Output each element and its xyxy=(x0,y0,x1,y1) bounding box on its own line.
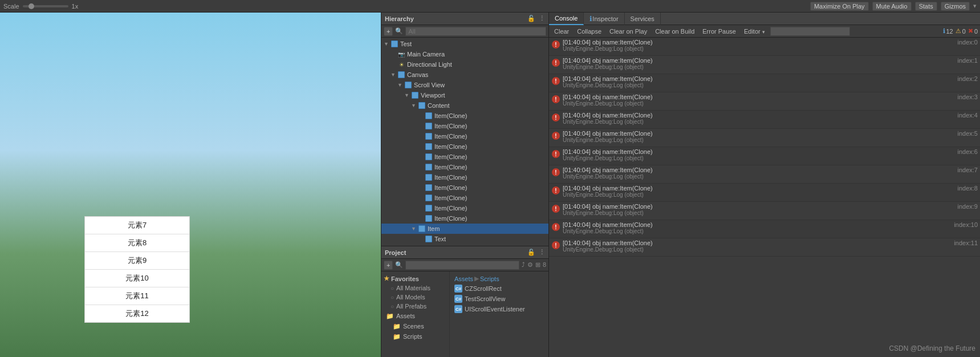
light-icon: ☀ xyxy=(397,60,405,68)
tree-item-clone-3[interactable]: Item(Clone) xyxy=(381,141,548,152)
scenes-folder-item[interactable]: 📁 Scenes xyxy=(381,321,449,331)
gizmos-button[interactable]: Gizmos xyxy=(941,2,970,11)
log-entry-8[interactable]: ! [01:40:04] obj name:Item(Clone) UnityE… xyxy=(549,184,980,202)
script-uiscrolleventlistener[interactable]: C# UIScrollEventListener xyxy=(452,304,546,314)
log-entry-5[interactable]: ! [01:40:04] obj name:Item(Clone) UnityE… xyxy=(549,129,980,147)
log-warning-icon: ! xyxy=(551,186,560,195)
log-entry-7[interactable]: ! [01:40:04] obj name:Item(Clone) UnityE… xyxy=(549,165,980,184)
clear-button[interactable]: Clear xyxy=(551,27,572,35)
project-icon-1[interactable]: ⤴ xyxy=(522,261,525,269)
search-icon: ○ xyxy=(391,294,394,301)
favorites-all-models[interactable]: ○ All Models xyxy=(381,293,449,302)
log-line1: [01:40:04] obj name:Item(Clone) xyxy=(563,148,953,155)
canvas-icon xyxy=(397,71,405,79)
tree-item-text[interactable]: Text xyxy=(381,234,548,244)
tree-item-directional-light[interactable]: ☀ Directional Light xyxy=(381,59,548,70)
collapse-button[interactable]: Collapse xyxy=(574,27,604,35)
error-badge: ✖ 0 xyxy=(968,27,978,35)
tree-item-clone-7[interactable]: Item(Clone) xyxy=(381,182,548,193)
log-warning-icon: ! xyxy=(551,204,560,213)
console-log-list[interactable]: ! [01:40:04] obj name:Item(Clone) UnityE… xyxy=(549,38,980,357)
log-entry-9[interactable]: ! [01:40:04] obj name:Item(Clone) UnityE… xyxy=(549,202,980,220)
expand-arrow: ▼ xyxy=(411,226,418,232)
console-search-input[interactable] xyxy=(770,27,850,36)
script-czscrollrect[interactable]: C# CZScrollRect xyxy=(452,283,546,294)
hierarchy-tree[interactable]: ▼ Test 📷 Main Camera xyxy=(381,38,548,246)
tree-item-scroll-view[interactable]: ▼ Scroll View xyxy=(381,80,548,90)
project-icon-3[interactable]: ⊞ xyxy=(535,261,540,269)
project-content: ★ Favorites ○ All Materials ○ All Models xyxy=(381,271,548,357)
maximize-on-play-button[interactable]: Maximize On Play xyxy=(810,2,869,11)
scripts-folder-item[interactable]: 📁 Scripts xyxy=(381,331,449,342)
log-index: index:5 xyxy=(958,130,978,137)
log-warning-icon: ! xyxy=(551,149,560,159)
tree-item-clone-9[interactable]: Item(Clone) xyxy=(381,203,548,213)
scene-view[interactable]: 元素7 元素8 元素9 元素10 元素11 元素12 xyxy=(0,13,381,357)
log-entry-1[interactable]: ! [01:40:04] obj name:Item(Clone) UnityE… xyxy=(549,56,980,74)
tab-services[interactable]: Services xyxy=(625,13,661,25)
info-icon-console: ℹ xyxy=(943,27,945,35)
script-testscrollview[interactable]: C# TestScrollView xyxy=(452,294,546,304)
error-pause-button[interactable]: Error Pause xyxy=(700,27,739,35)
scale-slider[interactable] xyxy=(23,5,68,7)
assets-folder-item[interactable]: 📁 Assets xyxy=(381,311,449,321)
hierarchy-search-input[interactable] xyxy=(405,27,546,36)
log-entry-3[interactable]: ! [01:40:04] obj name:Item(Clone) UnityE… xyxy=(549,92,980,111)
console-tabs: Console ℹ Inspector Services xyxy=(549,13,980,25)
favorites-all-prefabs[interactable]: ○ All Prefabs xyxy=(381,302,449,311)
tab-inspector[interactable]: ℹ Inspector xyxy=(584,13,624,25)
tree-item-clone-5[interactable]: Item(Clone) xyxy=(381,162,548,172)
log-entry-6[interactable]: ! [01:40:04] obj name:Item(Clone) UnityE… xyxy=(549,147,980,165)
log-entry-4[interactable]: ! [01:40:04] obj name:Item(Clone) UnityE… xyxy=(549,111,980,129)
warning-circle: ! xyxy=(552,40,560,48)
log-entry-11[interactable]: ! [01:40:04] obj name:Item(Clone) UnityE… xyxy=(549,238,980,257)
clear-on-build-button[interactable]: Clear on Build xyxy=(652,27,697,35)
log-line1: [01:40:04] obj name:Item(Clone) xyxy=(563,167,953,173)
editor-button[interactable]: Editor ▾ xyxy=(741,27,768,35)
breadcrumb-assets[interactable]: Assets xyxy=(454,275,473,282)
tree-item-clone-0[interactable]: Item(Clone) xyxy=(381,111,548,121)
tree-item-clone-10[interactable]: Item(Clone) xyxy=(381,213,548,224)
tree-item-clone-6[interactable]: Item(Clone) xyxy=(381,172,548,182)
error-count: 0 xyxy=(974,28,978,35)
hierarchy-add-button[interactable]: + xyxy=(384,27,393,36)
tree-item-clone-8[interactable]: Item(Clone) xyxy=(381,193,548,203)
tree-item-content[interactable]: ▼ Content xyxy=(381,100,548,111)
project-icon-2[interactable]: ⚙ xyxy=(527,261,533,269)
tree-item-item[interactable]: ▼ Item xyxy=(381,224,548,234)
clear-on-play-button[interactable]: Clear on Play xyxy=(607,27,650,35)
log-entry-2[interactable]: ! [01:40:04] obj name:Item(Clone) UnityE… xyxy=(549,74,980,92)
tree-item-test[interactable]: ▼ Test xyxy=(381,39,548,49)
mute-audio-button[interactable]: Mute Audio xyxy=(872,2,912,11)
log-text: [01:40:04] obj name:Item(Clone) UnityEng… xyxy=(563,39,953,52)
project-menu-icon[interactable]: ⋮ xyxy=(539,249,545,256)
log-warning-icon: ! xyxy=(551,95,560,104)
tree-item-clone-1[interactable]: Item(Clone) xyxy=(381,121,548,131)
list-item: 元素11 xyxy=(85,287,189,305)
tree-item-clone-4[interactable]: Item(Clone) xyxy=(381,152,548,162)
project-add-button[interactable]: + xyxy=(384,261,393,270)
log-text: [01:40:04] obj name:Item(Clone) UnityEng… xyxy=(563,130,953,143)
menu-icon[interactable]: ⋮ xyxy=(539,15,545,22)
warning-badge: ⚠ 0 xyxy=(955,27,966,35)
project-search-input[interactable] xyxy=(405,261,519,270)
tree-item-clone-2[interactable]: Item(Clone) xyxy=(381,131,548,141)
scale-thumb xyxy=(29,3,34,9)
tab-console[interactable]: Console xyxy=(549,13,584,25)
app-container: Scale 1x Maximize On Play Mute Audio Sta… xyxy=(0,0,980,357)
tree-item-canvas[interactable]: ▼ Canvas xyxy=(381,70,548,80)
log-line2: UnityEngine.Debug:Log (object) xyxy=(563,173,953,180)
tree-item-viewport[interactable]: ▼ Viewport xyxy=(381,90,548,100)
log-warning-icon: ! xyxy=(551,131,560,140)
favorites-all-materials[interactable]: ○ All Materials xyxy=(381,283,449,293)
console-icon-badges: ℹ 12 ⚠ 0 ✖ 0 xyxy=(943,27,978,35)
script-testscrollview-label: TestScrollView xyxy=(465,295,505,302)
log-entry-0[interactable]: ! [01:40:04] obj name:Item(Clone) UnityE… xyxy=(549,38,980,56)
log-text: [01:40:04] obj name:Item(Clone) UnityEng… xyxy=(563,94,953,107)
log-warning-icon: ! xyxy=(551,222,560,232)
stats-button[interactable]: Stats xyxy=(915,2,937,11)
tree-item-main-camera[interactable]: 📷 Main Camera xyxy=(381,49,548,59)
breadcrumb-scripts[interactable]: Scripts xyxy=(480,275,499,282)
warning-circle: ! xyxy=(552,186,560,194)
log-entry-10[interactable]: ! [01:40:04] obj name:Item(Clone) UnityE… xyxy=(549,220,980,238)
